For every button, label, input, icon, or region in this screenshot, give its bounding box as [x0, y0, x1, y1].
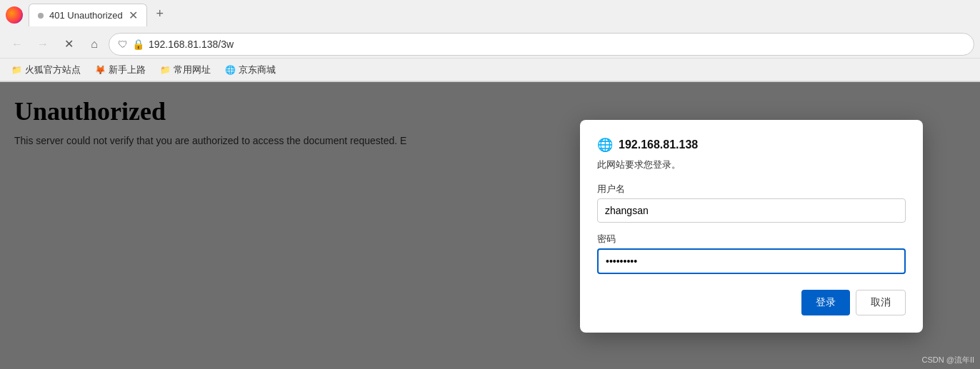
firefox-logo-icon: [6, 6, 23, 24]
password-field-group: 密码: [597, 233, 906, 284]
bookmark-item-firefox[interactable]: 📁 火狐官方站点: [6, 62, 86, 78]
auth-dialog: 🌐 192.168.81.138 此网站要求您登录。 用户名 密码 登录 取消: [580, 120, 923, 333]
shield-icon: 🛡: [118, 39, 128, 50]
bookmark-item-common[interactable]: 📁 常用网址: [154, 62, 216, 78]
bookmark-item-jd[interactable]: 🌐 京东商城: [219, 62, 281, 78]
address-bar[interactable]: 🛡 🔒 192.168.81.138/3w: [109, 33, 974, 56]
bookmark-label: 新手上路: [109, 64, 146, 76]
bookmark-item-newbie[interactable]: 🦊 新手上路: [89, 62, 151, 78]
tab-close-button[interactable]: ✕: [129, 10, 138, 21]
bookmark-folder-icon: 📁: [160, 65, 171, 75]
username-input[interactable]: [597, 198, 906, 223]
bookmark-label: 常用网址: [174, 64, 211, 76]
bookmark-label: 火狐官方站点: [25, 64, 81, 76]
bookmark-firefox-icon: 🦊: [95, 65, 106, 75]
tab-loading-icon: [38, 13, 44, 19]
title-bar: 401 Unauthorized ✕ +: [0, 0, 980, 30]
bookmarks-bar: 📁 火狐官方站点 🦊 新手上路 📁 常用网址 🌐 京东商城: [0, 59, 980, 81]
address-path: /3w: [218, 39, 234, 50]
bookmark-label: 京东商城: [239, 64, 276, 76]
nav-bar: ← → ✕ ⌂ 🛡 🔒 192.168.81.138/3w: [0, 30, 980, 59]
active-tab[interactable]: 401 Unauthorized ✕: [29, 4, 147, 26]
address-host: 192.168.81.138: [149, 39, 218, 50]
lock-icon: 🔒: [132, 39, 144, 50]
login-button[interactable]: 登录: [801, 290, 850, 315]
tab-bar: 401 Unauthorized ✕ +: [29, 4, 974, 26]
bookmark-globe-icon: 🌐: [225, 65, 236, 75]
new-tab-button[interactable]: +: [150, 4, 170, 24]
forward-button[interactable]: →: [31, 33, 54, 56]
password-input[interactable]: [597, 248, 906, 274]
tab-title: 401 Unauthorized: [49, 10, 123, 21]
close-button[interactable]: ✕: [57, 33, 80, 56]
auth-dialog-overlay: 🌐 192.168.81.138 此网站要求您登录。 用户名 密码 登录 取消: [0, 82, 980, 369]
watermark: CSDN @流年II: [921, 355, 974, 365]
dialog-header: 🌐 192.168.81.138: [597, 137, 906, 153]
address-text: 192.168.81.138/3w: [149, 39, 965, 50]
dialog-title: 192.168.81.138: [619, 138, 698, 151]
username-label: 用户名: [597, 183, 906, 196]
dialog-buttons: 登录 取消: [597, 290, 906, 315]
dialog-subtitle: 此网站要求您登录。: [597, 158, 906, 171]
cancel-button[interactable]: 取消: [856, 290, 906, 315]
username-field-group: 用户名: [597, 183, 906, 233]
back-button[interactable]: ←: [6, 33, 29, 56]
password-label: 密码: [597, 233, 906, 246]
home-button[interactable]: ⌂: [83, 33, 106, 56]
dialog-globe-icon: 🌐: [597, 137, 613, 153]
page-content: Unauthorized This server could not verif…: [0, 82, 980, 369]
bookmark-folder-icon: 📁: [11, 65, 22, 75]
